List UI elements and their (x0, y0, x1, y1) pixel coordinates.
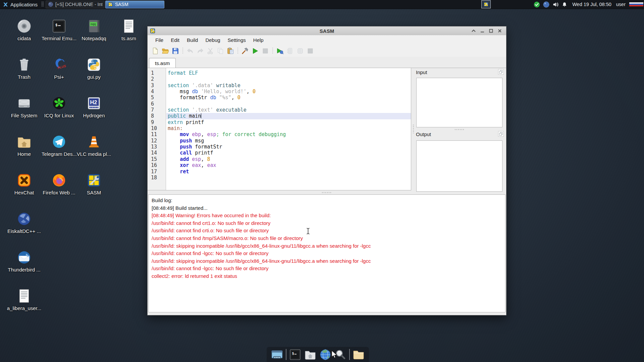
input-float-icon[interactable] (498, 69, 504, 75)
code-token: "%s" (219, 95, 231, 101)
sasm-tray-icon[interactable] (481, 0, 491, 8)
run-button[interactable] (250, 46, 260, 56)
desktop-icon-telegram-des[interactable]: Telegram Des... (42, 134, 76, 157)
hydrogen-icon: H2 (86, 96, 102, 111)
cut-button[interactable] (205, 46, 215, 56)
desktop-icon-notepadqq[interactable]: nqqNotepadqq (76, 18, 111, 41)
menu-debug[interactable]: Debug (202, 35, 224, 45)
build-log-line: /usr/bin/ld: skipping incompatible /usr/… (152, 242, 502, 250)
io-splitter[interactable] (415, 128, 505, 131)
build-log-line: Build log: (152, 197, 502, 204)
code-token: executable (216, 107, 247, 113)
registers-button[interactable] (285, 46, 295, 56)
code-token (168, 162, 180, 168)
desktop-icon-psi[interactable]: PLUSPsi+ (42, 57, 76, 80)
build-button[interactable] (240, 46, 250, 56)
desktop-icon-trash[interactable]: Trash (7, 57, 42, 80)
vertical-splitter[interactable] (412, 68, 415, 190)
open-file-button[interactable] (160, 46, 170, 56)
code-token: , (231, 95, 237, 101)
code-token (168, 150, 180, 156)
desktop-icon-label: ICQ for Linux (42, 113, 76, 118)
menu-settings[interactable]: Settings (224, 35, 250, 45)
debug-button[interactable] (275, 46, 285, 56)
sasm-icon (483, 2, 489, 7)
desktop-icon-label: Notepadqq (76, 36, 111, 41)
desktop-icon-thunderbird[interactable]: Thunderbird ... (7, 250, 42, 273)
status-ok-icon[interactable] (534, 1, 540, 8)
menu-help[interactable]: Help (250, 35, 267, 45)
desktop-icon-cidata[interactable]: cidata (7, 18, 42, 41)
maximize-button[interactable] (488, 28, 494, 34)
home-launcher[interactable] (304, 348, 317, 361)
save-button[interactable] (170, 46, 180, 56)
menu-edit[interactable]: Edit (167, 35, 183, 45)
desktop-icon-a-libera-user[interactable]: a_libera_user... (7, 288, 42, 311)
applications-menu-button[interactable]: Applications (0, 0, 40, 9)
paste-button[interactable] (225, 46, 235, 56)
redo-button[interactable] (195, 46, 205, 56)
tab-ts-asm[interactable]: ts.asm (149, 58, 176, 68)
build-log-pane[interactable]: Build log:[08:48:49] Build started...[08… (148, 194, 505, 312)
desktop-icon-home[interactable]: Home (7, 134, 42, 157)
menu-file[interactable]: File (152, 35, 167, 45)
network-globe-icon[interactable] (543, 1, 549, 8)
code-editor[interactable]: 123456789101112131415161718 format ELFse… (148, 68, 411, 190)
volume-icon[interactable] (552, 1, 559, 8)
new-file-button[interactable] (150, 46, 160, 56)
build-log-line: /usr/bin/ld: cannot find -lgcc: No such … (152, 265, 502, 273)
code-line: xor eax, eax (166, 162, 411, 168)
copy-button[interactable] (215, 46, 225, 56)
taskbar-button-sasm[interactable]: SASM (105, 1, 164, 8)
undo-button[interactable] (185, 46, 195, 56)
window-titlebar[interactable]: SASM (148, 26, 506, 36)
show-desktop-button[interactable] (271, 348, 283, 361)
desktop-icon-gui-py[interactable]: gui.py (76, 57, 111, 80)
desktop-icon-label: File System (7, 113, 42, 118)
line-number: 10 (148, 125, 166, 131)
desktop-icon-vlc-media-pl[interactable]: VLC media pl... (76, 134, 111, 157)
desktop-icon-firefox-web[interactable]: Firefox Web ... (42, 173, 76, 195)
output-textarea[interactable] (416, 140, 502, 192)
desktop-icon-hexchat[interactable]: HexChat (7, 173, 42, 195)
output-float-icon[interactable] (498, 131, 504, 137)
line-number: 16 (148, 162, 166, 168)
notifications-bell-icon[interactable] (562, 1, 567, 8)
taskbar-button-s-dchub-one-interna[interactable]: [+S] DCHUB.ONE - Interna... (46, 1, 105, 8)
copy-icon (217, 47, 224, 55)
line-number: 13 (148, 144, 166, 150)
desktop-icon-file-system[interactable]: File System (7, 96, 42, 118)
registers-icon (286, 47, 294, 55)
desktop-icon-ts-asm[interactable]: ts.asm (111, 18, 146, 41)
panel-grip-handle[interactable] (41, 2, 44, 7)
stop-button[interactable] (260, 46, 270, 56)
code-token: extrn (168, 119, 186, 125)
menu-bar: FileEditBuildDebugSettingsHelp (148, 35, 506, 46)
code-token (189, 162, 192, 168)
xfce-logo-icon (3, 2, 8, 7)
thunderbird-icon (16, 250, 32, 265)
debug-stop-button[interactable] (305, 46, 315, 56)
firefox-icon (51, 173, 67, 188)
desktop-icon-sasm[interactable]: SASM (76, 173, 111, 195)
terminal-launcher[interactable]: $ (289, 348, 302, 361)
desktop-icon-icq-for-linux[interactable]: ICQ for Linux (42, 96, 76, 118)
input-textarea[interactable] (416, 78, 502, 127)
code-token (168, 131, 180, 137)
desktop-icon-hydrogen[interactable]: H2Hydrogen (76, 96, 111, 118)
menu-build[interactable]: Build (183, 35, 202, 45)
applications-label: Applications (10, 2, 38, 7)
shade-button[interactable] (471, 28, 477, 34)
russian-flag-icon[interactable] (629, 2, 644, 7)
bottom-dock: $ (267, 347, 369, 362)
panel-clock[interactable]: Wed 19 Jul, 08:50 (572, 2, 611, 7)
svg-text:H2: H2 (90, 99, 97, 105)
minimize-button[interactable] (479, 28, 485, 34)
memory-button[interactable] (295, 46, 305, 56)
file-manager-launcher[interactable] (352, 348, 365, 361)
code-token: 8 (207, 156, 210, 162)
horizontal-splitter[interactable] (148, 190, 506, 194)
desktop-icon-eiskaltdc[interactable]: EiskaltDC++ ... (7, 211, 42, 234)
close-button[interactable] (497, 28, 503, 34)
desktop-icon-terminal-emu[interactable]: $Terminal Emu... (42, 18, 76, 41)
